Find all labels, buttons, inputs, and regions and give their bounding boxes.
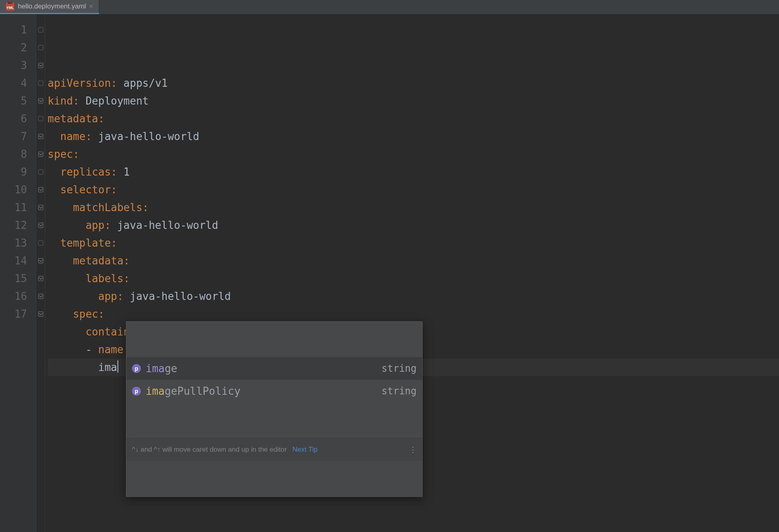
fold-marker[interactable] — [36, 270, 45, 287]
fold-marker[interactable] — [36, 128, 45, 145]
fold-marker[interactable] — [36, 216, 45, 234]
line-number: 16 — [0, 287, 36, 305]
svg-rect-1 — [38, 45, 43, 50]
svg-rect-2 — [38, 63, 43, 68]
fold-marker[interactable] — [36, 145, 45, 163]
line-number: 1 — [0, 21, 36, 39]
editor-window: YML hello.deployment.yaml × 123456789101… — [0, 0, 779, 532]
svg-rect-8 — [38, 170, 43, 174]
line-number: 10 — [0, 181, 36, 199]
code-content[interactable]: apiVersion: apps/v1kind: Deploymentmetad… — [45, 15, 779, 532]
svg-rect-4 — [38, 98, 43, 103]
yaml-filetype-icon: YML — [6, 2, 15, 11]
fold-marker — [36, 234, 45, 252]
svg-rect-5 — [38, 116, 43, 121]
code-line[interactable]: replicas: 1 — [48, 163, 779, 181]
line-number: 5 — [0, 92, 36, 110]
line-number: 9 — [0, 163, 36, 181]
code-line[interactable]: app: java-hello-world — [48, 287, 779, 305]
fold-marker[interactable] — [36, 92, 45, 110]
autocomplete-item[interactable]: pimagePullPolicystring — [126, 380, 422, 402]
line-number: 3 — [0, 57, 36, 74]
autocomplete-label: image — [146, 360, 177, 377]
code-line[interactable]: name: java-hello-world — [48, 128, 779, 145]
autocomplete-label: imagePullPolicy — [146, 382, 241, 400]
code-line[interactable]: apiVersion: apps/v1 — [48, 74, 779, 92]
code-line[interactable]: kind: Deployment — [48, 92, 779, 110]
fold-marker — [36, 74, 45, 92]
svg-rect-9 — [38, 187, 43, 192]
tab-filename: hello.deployment.yaml — [18, 2, 86, 10]
line-number: 12 — [0, 216, 36, 234]
line-number: 14 — [0, 252, 36, 270]
kebab-icon[interactable]: ⋮ — [409, 441, 417, 459]
svg-rect-13 — [38, 258, 43, 263]
autocomplete-hint: ^↓ and ^↑ will move caret down and up in… — [132, 441, 287, 459]
property-icon: p — [132, 364, 141, 373]
autocomplete-type: string — [381, 360, 417, 377]
autocomplete-popup[interactable]: pimagestringpimagePullPolicystring ^↓ an… — [126, 321, 423, 497]
autocomplete-type: string — [381, 382, 417, 400]
fold-marker[interactable] — [36, 252, 45, 270]
autocomplete-item[interactable]: pimagestring — [126, 357, 422, 380]
code-line[interactable]: template: — [48, 234, 779, 252]
line-number-gutter: 1234567891011121314151617 — [0, 15, 36, 532]
fold-marker — [36, 110, 45, 128]
code-line[interactable]: spec: — [48, 145, 779, 163]
svg-rect-7 — [38, 152, 43, 157]
close-icon[interactable]: × — [89, 3, 93, 10]
svg-rect-0 — [38, 27, 43, 32]
line-number: 17 — [0, 305, 36, 323]
line-number: 8 — [0, 145, 36, 163]
code-line[interactable]: matchLabels: — [48, 199, 779, 216]
fold-marker[interactable] — [36, 57, 45, 74]
file-tab[interactable]: YML hello.deployment.yaml × — [0, 0, 99, 14]
svg-rect-15 — [38, 294, 43, 299]
code-line[interactable]: selector: — [48, 181, 779, 199]
line-number: 2 — [0, 39, 36, 57]
fold-marker — [36, 163, 45, 181]
code-line[interactable]: labels: — [48, 270, 779, 287]
svg-rect-3 — [38, 81, 43, 86]
code-line[interactable]: spec: — [48, 305, 779, 323]
fold-marker[interactable] — [36, 287, 45, 305]
svg-rect-12 — [38, 241, 43, 245]
code-line[interactable]: app: java-hello-world — [48, 216, 779, 234]
tab-bar: YML hello.deployment.yaml × — [0, 0, 779, 15]
fold-marker[interactable] — [36, 305, 45, 323]
next-tip-link[interactable]: Next Tip — [293, 441, 318, 459]
line-number: 4 — [0, 74, 36, 92]
svg-rect-11 — [38, 223, 43, 228]
line-number: 13 — [0, 234, 36, 252]
property-icon: p — [132, 387, 141, 396]
svg-rect-10 — [38, 205, 43, 210]
code-line[interactable]: metadata: — [48, 252, 779, 270]
line-number: 11 — [0, 199, 36, 216]
autocomplete-footer: ^↓ and ^↑ will move caret down and up in… — [126, 438, 422, 461]
editor-area[interactable]: 1234567891011121314151617 apiVersion: ap… — [0, 15, 779, 532]
line-number: 15 — [0, 270, 36, 287]
svg-rect-14 — [38, 276, 43, 281]
svg-rect-16 — [38, 312, 43, 316]
fold-column — [36, 15, 45, 532]
caret — [117, 360, 118, 373]
fold-marker[interactable] — [36, 199, 45, 216]
fold-marker — [36, 21, 45, 39]
fold-marker[interactable] — [36, 181, 45, 199]
line-number: 6 — [0, 110, 36, 128]
code-line[interactable]: metadata: — [48, 110, 779, 128]
fold-marker — [36, 39, 45, 57]
line-number: 7 — [0, 128, 36, 145]
svg-rect-6 — [38, 134, 43, 139]
